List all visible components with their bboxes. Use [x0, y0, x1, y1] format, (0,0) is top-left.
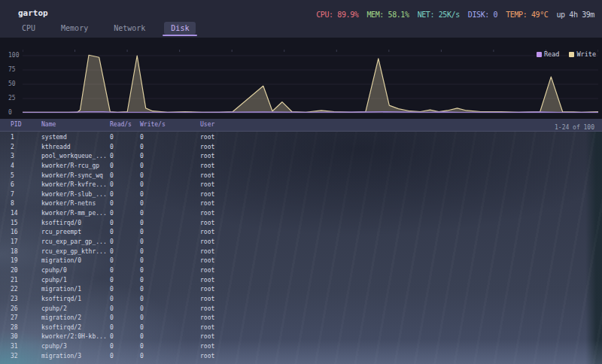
cell-pid: 20: [11, 267, 18, 274]
table-row[interactable]: 23ksoftirqd/100root: [0, 294, 602, 304]
cell-read: 0: [110, 229, 114, 235]
table-row[interactable]: 22migration/100root: [0, 284, 602, 294]
cell-pid: 18: [11, 248, 18, 255]
cell-user: root: [200, 200, 214, 207]
table-row[interactable]: 26cpuhp/200root: [0, 304, 602, 314]
table-row[interactable]: 17rcu_exp_par_gp_...00root: [0, 237, 602, 247]
chart-legend: ReadWrite: [537, 50, 596, 58]
cell-read: 0: [110, 343, 114, 350]
cell-name: ksoftirqd/0: [41, 220, 81, 226]
table-row[interactable]: 3pool_workqueue_...00root: [0, 151, 602, 161]
cell-write: 0: [140, 134, 144, 141]
tab-memory[interactable]: Memory: [54, 22, 95, 35]
cell-write: 0: [140, 210, 144, 217]
cell-write: 0: [140, 353, 144, 359]
cell-user: root: [200, 314, 214, 321]
table-row[interactable]: 19migration/000root: [0, 256, 602, 265]
cell-read: 0: [110, 314, 114, 321]
cell-write: 0: [140, 314, 144, 321]
cell-write: 0: [140, 200, 144, 207]
legend-label: Write: [576, 50, 596, 58]
column-header-user[interactable]: User: [200, 121, 214, 128]
table-row[interactable]: 18rcu_exp_gp_kthr...00root: [0, 247, 602, 256]
cell-user: root: [200, 296, 214, 302]
table-row[interactable]: 27migration/200root: [0, 313, 602, 323]
tab-network[interactable]: Network: [107, 22, 152, 35]
cell-write: 0: [140, 191, 144, 198]
cell-user: root: [200, 267, 214, 274]
system-stats: CPU: 89.9%MEM: 58.1%NET: 25K/sDISK: 0TEM…: [308, 11, 594, 19]
column-header-reads[interactable]: Read/s: [110, 121, 132, 128]
cell-name: rcu_preempt: [41, 229, 81, 235]
cell-name: rcu_exp_par_gp_...: [41, 238, 107, 245]
cell-write: 0: [140, 305, 144, 312]
cell-read: 0: [110, 134, 114, 141]
cell-write: 0: [140, 162, 144, 169]
cell-read: 0: [110, 172, 114, 179]
table-row[interactable]: 28ksoftirqd/200root: [0, 323, 602, 332]
cell-user: root: [200, 229, 214, 235]
cell-read: 0: [110, 305, 114, 312]
cell-pid: 8: [11, 200, 14, 207]
cell-read: 0: [110, 333, 114, 340]
cell-user: root: [200, 144, 214, 150]
legend-label: Read: [544, 50, 559, 58]
table-row[interactable]: 6kworker/R-kvfre...00root: [0, 180, 602, 190]
table-row[interactable]: 7kworker/R-slub_...00root: [0, 190, 602, 199]
cell-write: 0: [140, 324, 144, 331]
cell-read: 0: [110, 200, 114, 207]
app-title: gartop: [18, 8, 48, 18]
cell-name: kthreadd: [41, 144, 71, 150]
table-row[interactable]: 1systemd00root: [0, 132, 602, 142]
table-row[interactable]: 30kworker/2:0H-kb...00root: [0, 332, 602, 341]
cell-user: root: [200, 277, 214, 284]
cell-write: 0: [140, 181, 144, 188]
table-row[interactable]: 15ksoftirqd/000root: [0, 218, 602, 228]
stat-mem: MEM: 58.1%: [366, 11, 409, 19]
column-header-name[interactable]: Name: [41, 121, 56, 128]
stat-net: NET: 25K/s: [418, 11, 460, 19]
table-row[interactable]: 16rcu_preempt00root: [0, 227, 602, 237]
cell-pid: 26: [11, 305, 18, 312]
table-row[interactable]: 8kworker/R-netns00root: [0, 199, 602, 208]
cell-write: 0: [140, 333, 144, 340]
cell-read: 0: [110, 153, 114, 159]
cell-user: root: [200, 333, 214, 340]
tab-disk[interactable]: Disk: [164, 22, 196, 35]
table-row[interactable]: 31cpuhp/300root: [0, 341, 602, 351]
cell-user: root: [200, 324, 214, 331]
cell-read: 0: [110, 296, 114, 302]
y-axis-label: 100: [8, 52, 23, 59]
legend-item-write[interactable]: Write: [569, 50, 596, 58]
table-row[interactable]: 2kthreadd00root: [0, 142, 602, 152]
cell-pid: 22: [11, 286, 18, 293]
table-row[interactable]: 4kworker/R-rcu_gp00root: [0, 161, 602, 171]
cell-pid: 17: [11, 238, 18, 245]
cell-user: root: [200, 257, 214, 264]
cell-user: root: [200, 134, 214, 141]
legend-swatch-write-icon: [569, 52, 574, 57]
cell-user: root: [200, 153, 214, 159]
cell-read: 0: [110, 324, 114, 331]
legend-item-read[interactable]: Read: [537, 50, 559, 58]
tab-cpu[interactable]: CPU: [15, 22, 42, 35]
pagination-indicator: 1-24 of 100: [555, 124, 594, 131]
cell-user: root: [200, 181, 214, 188]
cell-name: kworker/R-sync_wq: [41, 172, 103, 179]
cell-write: 0: [140, 172, 144, 179]
y-axis-label: 75: [8, 66, 23, 73]
cell-pid: 19: [11, 257, 18, 264]
cell-name: systemd: [41, 134, 67, 141]
table-row[interactable]: 20cpuhp/000root: [0, 265, 602, 275]
table-row[interactable]: 32migration/300root: [0, 351, 602, 361]
table-row[interactable]: 5kworker/R-sync_wq00root: [0, 171, 602, 180]
cell-name: cpuhp/3: [41, 343, 67, 350]
column-header-pid[interactable]: PID: [11, 121, 21, 128]
cell-write: 0: [140, 248, 144, 255]
column-header-writes[interactable]: Write/s: [140, 121, 166, 128]
cell-pid: 7: [11, 191, 14, 198]
table-row[interactable]: 21cpuhp/100root: [0, 275, 602, 285]
table-row[interactable]: 14kworker/R-mm_pe...00root: [0, 208, 602, 218]
cell-write: 0: [140, 286, 144, 293]
cell-pid: 30: [11, 333, 18, 340]
